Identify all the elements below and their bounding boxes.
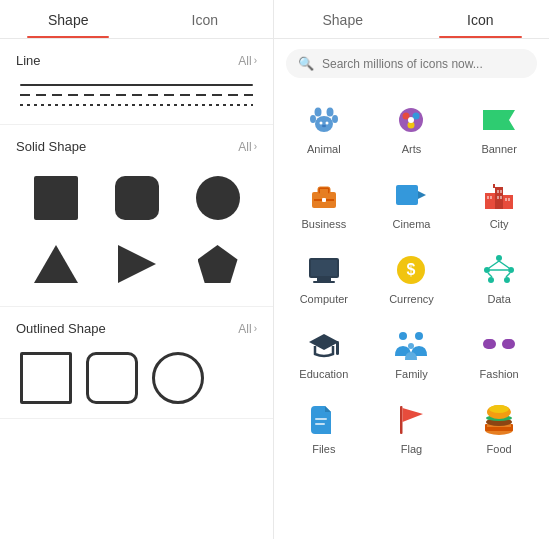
- svg-rect-52: [483, 339, 496, 349]
- svg-point-5: [319, 122, 322, 125]
- data-icon: [481, 252, 517, 288]
- chevron-right-icon: ›: [254, 141, 257, 152]
- chevron-right-icon: ›: [254, 55, 257, 66]
- business-icon: [306, 177, 342, 213]
- icon-cell-food[interactable]: Food: [457, 392, 541, 463]
- outlined-rounded-square[interactable]: [86, 352, 138, 404]
- solid-circle-item[interactable]: [182, 170, 253, 226]
- svg-line-46: [506, 273, 510, 277]
- outlined-section-header: Outlined Shape All ›: [16, 321, 257, 336]
- icon-cell-education[interactable]: Education: [282, 317, 366, 388]
- banner-label: Banner: [481, 143, 516, 155]
- arts-icon: [393, 102, 429, 138]
- svg-rect-23: [487, 196, 489, 199]
- outlined-circle[interactable]: [152, 352, 204, 404]
- icon-cell-computer[interactable]: Computer: [282, 242, 366, 313]
- svg-rect-22: [503, 195, 513, 209]
- solid-triangle-item[interactable]: [20, 236, 91, 292]
- svg-rect-28: [500, 196, 502, 199]
- icon-cell-data[interactable]: Data: [457, 242, 541, 313]
- fashion-icon: [481, 327, 517, 363]
- right-panel: Shape Icon 🔍: [274, 0, 549, 539]
- food-icon: [481, 402, 517, 438]
- svg-rect-17: [322, 198, 326, 202]
- flag-icon: [393, 402, 429, 438]
- solid-circle: [196, 176, 240, 220]
- icon-cell-animal[interactable]: Animal: [282, 92, 366, 163]
- solid-section-title: Solid Shape: [16, 139, 86, 154]
- solid-rounded-square: [115, 176, 159, 220]
- files-label: Files: [312, 443, 335, 455]
- outlined-all-button[interactable]: All ›: [238, 322, 257, 336]
- svg-rect-24: [490, 196, 492, 199]
- banner-icon: [481, 102, 517, 138]
- cinema-label: Cinema: [393, 218, 431, 230]
- icon-cell-fashion[interactable]: Fashion: [457, 317, 541, 388]
- icon-cell-business[interactable]: Business: [282, 167, 366, 238]
- solid-shapes-grid: [16, 166, 257, 296]
- icon-cell-arts[interactable]: Arts: [370, 92, 454, 163]
- solid-section-header: Solid Shape All ›: [16, 139, 257, 154]
- icon-cell-family[interactable]: Family: [370, 317, 454, 388]
- svg-point-50: [415, 332, 423, 340]
- icon-cell-city[interactable]: City: [457, 167, 541, 238]
- solid-pentagon: [198, 245, 238, 283]
- icon-cell-cinema[interactable]: Cinema: [370, 167, 454, 238]
- food-label: Food: [487, 443, 512, 455]
- right-tab-icon[interactable]: Icon: [412, 0, 550, 38]
- icon-cell-currency[interactable]: $ Currency: [370, 242, 454, 313]
- search-icon: 🔍: [298, 56, 314, 71]
- svg-rect-30: [508, 198, 510, 201]
- icon-cell-flag[interactable]: Flag: [370, 392, 454, 463]
- line-section: Line All ›: [0, 39, 273, 125]
- svg-line-43: [489, 261, 499, 268]
- solid-all-button[interactable]: All ›: [238, 140, 257, 154]
- svg-point-49: [399, 332, 407, 340]
- search-input[interactable]: [322, 57, 525, 71]
- svg-marker-19: [418, 191, 426, 199]
- svg-line-45: [488, 273, 492, 277]
- solid-square-item[interactable]: [20, 170, 91, 226]
- svg-rect-26: [500, 190, 502, 193]
- icon-grid: Animal Arts Banner: [274, 88, 549, 471]
- icon-cell-files[interactable]: Files: [282, 392, 366, 463]
- svg-rect-55: [315, 423, 325, 425]
- chevron-right-icon: ›: [254, 323, 257, 334]
- outlined-square[interactable]: [20, 352, 72, 404]
- animal-label: Animal: [307, 143, 341, 155]
- svg-point-12: [408, 117, 414, 123]
- outlined-section-title: Outlined Shape: [16, 321, 106, 336]
- solid-triangle: [34, 245, 78, 283]
- svg-rect-56: [400, 406, 403, 434]
- family-label: Family: [395, 368, 427, 380]
- svg-point-3: [332, 115, 338, 123]
- svg-point-2: [310, 115, 316, 123]
- icon-cell-banner[interactable]: Banner: [457, 92, 541, 163]
- line-section-header: Line All ›: [16, 53, 257, 68]
- svg-point-0: [314, 108, 321, 117]
- search-bar[interactable]: 🔍: [286, 49, 537, 78]
- left-tab-bar: Shape Icon: [0, 0, 273, 39]
- solid-rounded-square-item[interactable]: [101, 170, 172, 226]
- svg-rect-48: [336, 341, 339, 355]
- outlined-shapes-grid: [16, 348, 257, 408]
- currency-label: Currency: [389, 293, 434, 305]
- line-dashed-shape[interactable]: [20, 94, 253, 96]
- line-shapes-container: [16, 80, 257, 114]
- animal-icon: [306, 102, 342, 138]
- solid-pentagon-item[interactable]: [182, 236, 253, 292]
- right-tab-shape[interactable]: Shape: [274, 0, 412, 38]
- education-icon: [306, 327, 342, 363]
- left-tab-shape[interactable]: Shape: [0, 0, 137, 38]
- line-dotted-shape[interactable]: [20, 104, 253, 106]
- svg-point-7: [322, 125, 326, 127]
- svg-rect-27: [497, 196, 499, 199]
- line-solid-shape[interactable]: [20, 84, 253, 86]
- left-panel: Shape Icon Line All › Solid Shape All ›: [0, 0, 274, 539]
- line-all-button[interactable]: All ›: [238, 54, 257, 68]
- svg-rect-25: [497, 190, 499, 193]
- business-label: Business: [302, 218, 347, 230]
- left-tab-icon[interactable]: Icon: [137, 0, 274, 38]
- solid-right-triangle-item[interactable]: [101, 236, 172, 292]
- svg-rect-15: [320, 189, 328, 194]
